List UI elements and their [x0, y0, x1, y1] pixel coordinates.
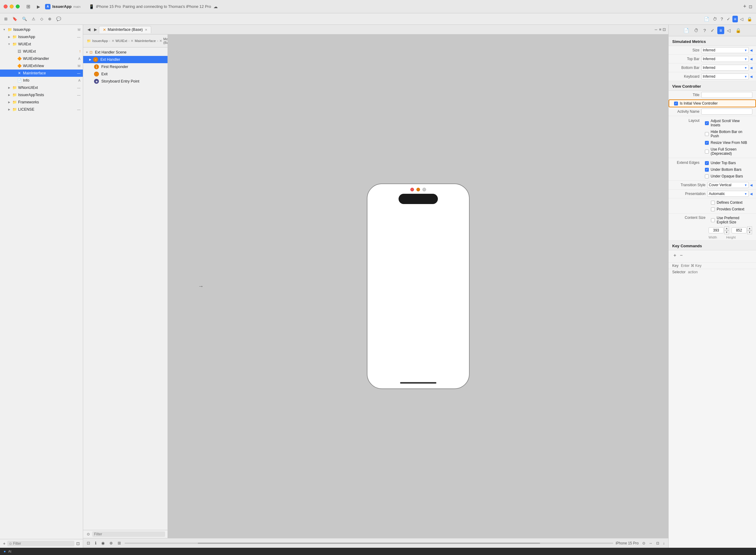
bottom-action-1[interactable]: ⊙: [641, 541, 646, 546]
bottom-action-3[interactable]: ⊡: [655, 541, 661, 546]
add-group-button[interactable]: +: [2, 541, 6, 547]
kc-remove-btn[interactable]: −: [679, 253, 684, 258]
sidebar-item-wuiext[interactable]: ▼ 📁 WUIExt: [0, 41, 83, 48]
inspector-attributes-btn[interactable]: ≡: [732, 16, 738, 23]
inspector-help-btn[interactable]: ?: [719, 16, 724, 23]
cloud-button[interactable]: ☁: [213, 4, 218, 9]
add-tab-button[interactable]: +: [743, 3, 746, 10]
window-controls-button[interactable]: ⊡: [749, 4, 752, 9]
full-screen-checkbox[interactable]: [705, 150, 709, 154]
keyboard-select[interactable]: Inferred ▼: [701, 74, 749, 80]
topbar-select[interactable]: Inferred ▼: [701, 56, 749, 62]
rotate-btn[interactable]: ⊕: [108, 540, 114, 546]
width-down-btn[interactable]: ▼: [724, 230, 729, 234]
sidebar-item-maininterface[interactable]: ✕ MainInterface —: [0, 70, 83, 77]
bottombar-arrow-btn[interactable]: ◀: [750, 66, 752, 70]
tab-forward-button[interactable]: ▶: [92, 27, 99, 32]
sidebar-item-wuiext-sub[interactable]: 🖼 WUIExt !: [0, 48, 83, 55]
keyboard-arrow-btn[interactable]: ◀: [750, 75, 752, 79]
activity-name-input[interactable]: [701, 109, 752, 115]
inspector-size-btn[interactable]: ◁: [739, 16, 745, 23]
height-down-btn[interactable]: ▼: [747, 230, 752, 234]
sidebar-item-license[interactable]: ▶ 📁 LICENSE —: [0, 106, 83, 113]
bottom-action-2[interactable]: ↔: [648, 541, 654, 546]
kc-add-btn[interactable]: +: [672, 253, 677, 258]
hide-bottom-checkbox[interactable]: [705, 132, 709, 136]
top-bars-checkbox[interactable]: [705, 161, 709, 165]
tab-back-button[interactable]: ◀: [86, 27, 92, 32]
scene-group-header[interactable]: ▼ ⊡ Ext Handler Scene: [83, 49, 168, 56]
eye-btn[interactable]: ◉: [100, 540, 106, 546]
inspector-attributes-icon-btn[interactable]: ≡: [717, 27, 724, 34]
inspector-identity-btn[interactable]: 🔒: [745, 16, 754, 23]
provides-context-checkbox[interactable]: [711, 207, 715, 211]
sidebar-toggle-button[interactable]: ⊞: [25, 3, 32, 10]
toolbar-bookmark-btn[interactable]: 🔖: [11, 16, 19, 22]
filter-input[interactable]: [13, 542, 73, 546]
sidebar-item-issuerapp-sub[interactable]: ▶ 📁 IssuerApp —: [0, 33, 83, 41]
bottom-bars-checkbox[interactable]: [705, 168, 709, 172]
breadcrumb-issuerapp[interactable]: 📁 IssuerApp: [87, 39, 108, 43]
inspector-size-icon-btn[interactable]: ◁: [725, 27, 733, 35]
scene-item-ext-handler[interactable]: ▶ ○ Ext Handler: [83, 56, 168, 63]
inspector-check-icon-btn[interactable]: ✓: [709, 27, 717, 35]
sidebar-item-wuiextview[interactable]: 🔶 WUIExtView M: [0, 62, 83, 70]
layout-btn[interactable]: ⊞: [116, 540, 122, 546]
sidebar-item-issuerapp-root[interactable]: ▼ 📁 IssuerApp M: [0, 26, 83, 33]
toolbar-warn-btn[interactable]: ⚠: [30, 16, 37, 22]
inspector-file-btn[interactable]: 📄: [703, 16, 711, 23]
sidebar-item-info[interactable]: 📄 Info A: [0, 77, 83, 84]
toolbar-grid-btn[interactable]: ⊞: [2, 16, 9, 22]
selector-input[interactable]: [688, 270, 752, 274]
bottom-action-4[interactable]: ↓: [662, 541, 666, 546]
run-button[interactable]: ▶: [37, 4, 40, 9]
size-select[interactable]: Inferred ▼: [701, 47, 749, 53]
toolbar-diamond-btn[interactable]: ◇: [38, 16, 45, 22]
opaque-bars-checkbox[interactable]: [705, 174, 709, 178]
canvas-area[interactable]: →: [168, 35, 668, 538]
maximize-button[interactable]: [16, 4, 19, 8]
bottombar-select[interactable]: Inferred ▼: [701, 65, 749, 71]
width-up-btn[interactable]: ▲: [724, 226, 729, 230]
initial-vc-checkbox[interactable]: [674, 101, 678, 105]
sort-button[interactable]: ⊡: [76, 541, 80, 547]
height-up-btn[interactable]: ▲: [747, 226, 752, 230]
zoom-fit-btn[interactable]: ⊡: [86, 540, 91, 546]
info-btn[interactable]: ℹ: [94, 540, 98, 546]
width-input[interactable]: [709, 227, 724, 233]
tab-share-btn[interactable]: ↔: [654, 27, 658, 32]
topbar-arrow-btn[interactable]: ◀: [750, 57, 752, 61]
minimize-button[interactable]: [10, 4, 13, 8]
sidebar-item-wuiexthandler[interactable]: 🔶 WUIExtHandler A: [0, 55, 83, 62]
tab-split-btn[interactable]: ⊡: [663, 27, 666, 32]
defines-context-checkbox[interactable]: [711, 201, 715, 205]
toolbar-search-btn[interactable]: 🔍: [20, 16, 29, 22]
inspector-file-icon-btn[interactable]: 📄: [681, 27, 691, 35]
key-input[interactable]: [681, 264, 752, 268]
size-arrow-btn[interactable]: ◀: [750, 48, 752, 52]
toolbar-bubble-btn[interactable]: 💬: [54, 16, 63, 22]
breadcrumb-base[interactable]: ✕ MainInterface (Base): [159, 37, 168, 44]
inspector-help-icon-btn[interactable]: ?: [701, 27, 708, 34]
adjust-scroll-checkbox[interactable]: [705, 121, 709, 125]
scene-item-storyboard-entry[interactable]: ◉ Storyboard Entry Point: [83, 78, 168, 85]
transition-select[interactable]: Cover Vertical ▼: [707, 182, 749, 188]
tab-close-icon[interactable]: ✕: [145, 28, 147, 32]
inspector-build-btn[interactable]: ✓: [725, 16, 732, 23]
preferred-size-checkbox[interactable]: [711, 218, 715, 222]
transition-arrow-btn[interactable]: ◀: [750, 183, 752, 187]
inspector-identity-icon-btn[interactable]: 🔒: [733, 27, 743, 35]
presentation-select[interactable]: Automatic ▼: [707, 191, 749, 197]
sidebar-item-issuerapp-tests[interactable]: ▶ 📁 IssuerAppTests —: [0, 91, 83, 98]
height-input[interactable]: [731, 227, 747, 233]
scene-filter-input[interactable]: [94, 532, 163, 536]
zoom-slider[interactable]: [125, 543, 613, 544]
breadcrumb-maininterface[interactable]: ✕ MainInterface: [131, 39, 156, 43]
presentation-arrow-btn[interactable]: ◀: [750, 192, 752, 196]
inspector-history-btn[interactable]: ⏱: [711, 16, 718, 23]
scene-item-exit[interactable]: ⬚ Exit: [83, 71, 168, 78]
breadcrumb-wuiext[interactable]: ✕ WUIExt: [112, 39, 127, 43]
tab-maininterface[interactable]: ✕ MainInterface (Base) ✕: [99, 26, 151, 33]
title-input[interactable]: [701, 92, 752, 98]
sidebar-item-frameworks[interactable]: ▶ 📁 Frameworks: [0, 98, 83, 106]
